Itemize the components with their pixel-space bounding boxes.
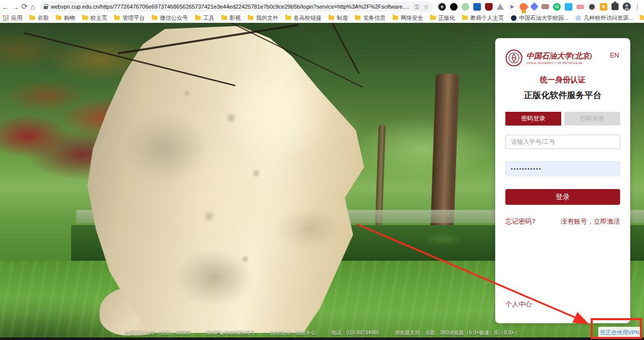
bookmark-folder[interactable]: 资源 — [640, 14, 644, 22]
bookmark-folder[interactable]: 购物 — [56, 14, 75, 22]
extension-icon-grammarly[interactable]: G — [553, 3, 561, 11]
forgot-password-link[interactable]: 忘记密码? — [505, 217, 535, 226]
bookmark-site[interactable]: 几种校外访问资源... — [575, 14, 633, 22]
login-button[interactable]: 登录 — [505, 189, 620, 205]
bookmark-folder[interactable]: 制度 — [329, 14, 348, 22]
platform-subtitle: 正版化软件服务平台 — [505, 89, 620, 101]
bookmark-folder[interactable]: 工具 — [195, 14, 214, 22]
bookmark-folder[interactable]: 教师个人主页 — [462, 14, 504, 22]
folder-icon — [640, 16, 644, 20]
folder-icon — [248, 16, 253, 20]
folder-icon — [221, 16, 227, 20]
extension-icon-spiral[interactable] — [588, 3, 596, 11]
page-footer: 中国石油大学（北京）©2020 京ICP备010012345号 技术支持：信息中… — [0, 329, 644, 336]
folder-icon — [355, 16, 361, 20]
url-text[interactable]: webvpn.cup.edu.cn/https/77726476706e6973… — [51, 4, 410, 10]
bookmarks-bar: 应用 谷歌 购物 校主页 管理平台 微信公众号 工具 影视 我的文件 各高校链接… — [0, 13, 644, 23]
university-logo: 中国石油大学(北京) CHINA UNIVERSITY OF PETROLEUM — [505, 49, 620, 67]
university-name-en: CHINA UNIVERSITY OF PETROLEUM — [526, 61, 592, 65]
bookmark-apps[interactable]: 应用 — [3, 14, 22, 22]
address-bar[interactable]: webvpn.cup.edu.cn/https/77726476706e6973… — [40, 2, 433, 12]
password-input[interactable] — [505, 161, 620, 176]
vpn-status-indicator[interactable]: 您正在使用VPN — [598, 327, 641, 338]
bookmark-folder[interactable]: 网络安全 — [393, 14, 423, 22]
folder-icon — [285, 16, 291, 20]
login-links: 忘记密码? 没有账号，立即激活 — [505, 217, 620, 226]
folder-icon — [329, 16, 334, 20]
activate-group: 没有账号，立即激活 — [561, 217, 620, 226]
globe-favicon — [511, 15, 517, 21]
folder-icon — [56, 16, 61, 20]
folder-icon — [195, 16, 201, 20]
apps-grid-icon — [3, 15, 9, 21]
personal-center-link[interactable]: 个人中心 — [505, 300, 532, 309]
browser-toolbar: ← → ⟳ ⌂ webvpn.cup.edu.cn/https/77726476… — [0, 0, 644, 13]
tab-qrcode-login[interactable]: 扫码登录 — [564, 112, 620, 126]
extension-icon-adguard[interactable] — [485, 3, 493, 11]
auth-title: 统一身份认证 — [505, 75, 620, 85]
footer-browsers: 浏览器支持：谷歌、360浏览器（6.0+极速）IE（8.0+） — [395, 329, 520, 336]
login-panel: EN 中国石油大学(北京) CHINA UNIVERSITY OF PETROL… — [495, 38, 630, 323]
extension-icon-panda[interactable] — [450, 3, 458, 11]
bookmark-folder[interactable]: 谷歌 — [29, 14, 49, 22]
password-key-icon[interactable]: ⚿ — [414, 4, 419, 10]
bookmark-folder[interactable]: 正版化 — [430, 14, 455, 22]
extensions-row: e ➤ ! G 6 — [438, 3, 631, 11]
footer-support: 技术支持：信息中心 — [270, 329, 316, 336]
folder-icon — [462, 16, 468, 20]
extension-icon-green[interactable] — [462, 3, 469, 11]
home-button[interactable]: ⌂ — [30, 1, 36, 12]
extension-icon-e[interactable]: e — [438, 3, 446, 11]
forward-button[interactable]: → — [12, 1, 19, 12]
extension-icon-blue-arrow[interactable] — [530, 3, 539, 11]
bookmark-folder[interactable]: 微信公众号 — [152, 14, 188, 22]
bookmark-site[interactable]: 中国石油大学校园... — [511, 14, 568, 22]
activate-now-link[interactable]: 立即激活 — [594, 218, 620, 225]
folder-icon — [82, 16, 88, 20]
folder-icon — [430, 16, 436, 20]
extension-icon-foxit[interactable]: 6 — [600, 3, 607, 11]
bookmark-star-icon[interactable]: ☆ — [423, 4, 429, 10]
university-name-zh: 中国石油大学(北京) — [526, 52, 592, 60]
refresh-button[interactable]: ⟳ — [21, 1, 28, 12]
extension-icon-cam[interactable] — [541, 4, 549, 9]
extension-icon-cursor[interactable]: ➤ — [508, 3, 516, 11]
extension-icon-drive[interactable] — [497, 4, 504, 10]
language-toggle[interactable]: EN — [610, 51, 619, 59]
folder-icon — [152, 16, 157, 20]
bottom-strip — [0, 337, 644, 340]
folder-icon — [393, 16, 398, 20]
doc-favicon — [575, 15, 581, 21]
vpn-status-text: 您正在使用VPN — [600, 329, 639, 336]
extension-icon-flame[interactable]: ! — [518, 1, 529, 12]
bookmark-folder[interactable]: 我的文件 — [248, 14, 278, 22]
footer-phone: 电话：010-89734965 — [331, 329, 379, 336]
folder-icon — [114, 16, 120, 20]
secure-lock-icon[interactable] — [44, 5, 48, 9]
extension-icon-tabs[interactable] — [565, 3, 572, 11]
login-tabs: 密码登录 扫码登录 — [505, 112, 620, 126]
folder-icon — [29, 16, 35, 20]
no-account-text: 没有账号， — [561, 218, 594, 225]
bookmark-folder[interactable]: 各高校链接 — [285, 14, 321, 22]
browser-menu-icon[interactable]: ⋮ — [634, 3, 641, 11]
footer-copyright: 中国石油大学（北京）©2020 — [125, 329, 191, 336]
bookmark-folder[interactable]: 党务信息 — [355, 14, 385, 22]
bookmark-folder[interactable]: 管理平台 — [114, 14, 145, 22]
extension-icon-blue-square[interactable] — [473, 3, 481, 11]
profile-avatar[interactable] — [623, 3, 631, 11]
footer-icp: 京ICP备010012345号 — [206, 329, 255, 336]
bookmark-folder[interactable]: 影视 — [221, 14, 241, 22]
tab-password-login[interactable]: 密码登录 — [505, 112, 561, 126]
extension-icon-red[interactable] — [576, 5, 584, 9]
university-emblem-icon — [505, 49, 523, 67]
bookmark-folder[interactable]: 校主页 — [82, 14, 107, 22]
username-input[interactable] — [505, 135, 620, 149]
back-button[interactable]: ← — [2, 1, 10, 12]
extensions-menu-icon[interactable] — [611, 3, 619, 10]
